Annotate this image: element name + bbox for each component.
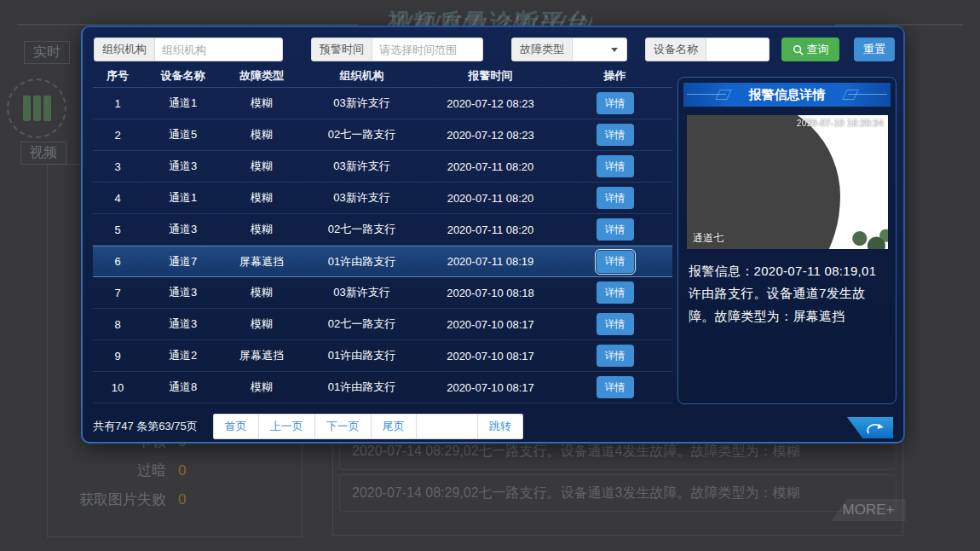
- cell-fault: 模糊: [223, 380, 300, 395]
- jump-button[interactable]: 跳转: [478, 415, 522, 438]
- cell-time: 2020-07-11 08:20: [424, 192, 557, 205]
- cell-no: 4: [93, 192, 142, 205]
- bg-stat-label: 过暗: [34, 461, 166, 480]
- org-filter-group: 组织机构: [94, 38, 283, 61]
- cell-time: 2020-07-11 08:20: [424, 160, 557, 173]
- table-row[interactable]: 1 通道1 模糊 03新许支行 2020-07-12 08:23 详情: [93, 88, 672, 119]
- col-header-fault: 故障类型: [223, 68, 300, 84]
- cell-time: 2020-07-10 08:17: [424, 318, 557, 331]
- table-row[interactable]: 3 通道3 模糊 03新许支行 2020-07-11 08:20 详情: [93, 151, 672, 183]
- detail-button[interactable]: 详情: [597, 345, 634, 367]
- cell-no: 5: [93, 223, 142, 236]
- next-page-button[interactable]: 下一页: [315, 415, 372, 438]
- cell-device: 通道8: [142, 380, 223, 395]
- org-filter-label: 组织机构: [95, 38, 155, 61]
- detail-panel-title: 报警信息详情: [749, 87, 826, 103]
- alarm-detail-panel: 报警信息详情 2020-07-10 16:20:34 通道七 报警信息：2020…: [677, 77, 896, 404]
- cell-no: 8: [93, 318, 142, 331]
- bg-stat-row: 过暗0: [34, 461, 290, 480]
- return-button[interactable]: [847, 417, 893, 438]
- detail-button[interactable]: 详情: [597, 187, 634, 209]
- detail-button[interactable]: 详情: [597, 313, 634, 335]
- detail-button[interactable]: 详情: [597, 251, 634, 273]
- cell-fault: 屏幕遮挡: [223, 254, 300, 270]
- cell-org: 02七一路支行: [300, 222, 424, 237]
- org-filter-input[interactable]: [155, 38, 282, 61]
- bg-fault-stats: 卡顿0过暗0获取图片失败0: [34, 432, 290, 519]
- cell-time: 2020-07-10 08:17: [424, 381, 557, 394]
- bg-stat-value: 0: [178, 462, 186, 479]
- detail-button[interactable]: 详情: [597, 155, 634, 177]
- table-row[interactable]: 9 通道2 屏幕遮挡 01许由路支行 2020-07-10 08:17 详情: [93, 340, 672, 372]
- pagination-bar: 共有747 条第63/75页 首页 上一页 下一页 尾页 跳转: [93, 414, 523, 439]
- reset-button-label: 重置: [863, 42, 885, 57]
- cell-fault: 模糊: [223, 285, 300, 300]
- detail-panel-header: 报警信息详情: [683, 83, 891, 107]
- detail-button[interactable]: 详情: [597, 218, 634, 241]
- cell-device: 通道1: [142, 96, 223, 111]
- fault-type-select[interactable]: [573, 38, 626, 61]
- cell-org: 03新许支行: [300, 190, 424, 206]
- hex-decoration-left: [687, 94, 726, 95]
- first-page-button[interactable]: 首页: [214, 415, 259, 438]
- pagination-summary: 共有747 条第63/75页: [93, 419, 198, 434]
- snapshot-timestamp: 2020-07-10 16:20:34: [797, 119, 884, 128]
- cell-org: 01许由路支行: [300, 254, 424, 270]
- bg-label-video: 视频: [20, 142, 66, 165]
- page-number-input[interactable]: [417, 415, 478, 438]
- snapshot-channel-label: 通道七: [693, 231, 723, 246]
- col-header-no: 序号: [93, 68, 142, 84]
- table-row[interactable]: 5 通道3 模糊 02七一路支行 2020-07-11 08:20 详情: [93, 214, 672, 246]
- cell-fault: 模糊: [223, 190, 300, 206]
- cell-time: 2020-07-12 08:23: [424, 97, 557, 110]
- device-name-input[interactable]: [706, 38, 769, 61]
- bg-stat-label: 获取图片失败: [34, 490, 166, 509]
- detail-button[interactable]: 详情: [597, 92, 634, 114]
- table-row[interactable]: 7 通道3 模糊 03新许支行 2020-07-10 08:18 详情: [93, 277, 672, 309]
- detail-button[interactable]: 详情: [597, 281, 634, 304]
- cell-no: 10: [93, 381, 142, 394]
- pagination-controls: 首页 上一页 下一页 尾页 跳转: [213, 414, 523, 439]
- cell-org: 01许由路支行: [300, 348, 424, 363]
- cell-no: 2: [93, 129, 142, 142]
- return-arrow-icon: [863, 421, 885, 435]
- table-row[interactable]: 6 通道7 屏幕遮挡 01许由路支行 2020-07-11 08:19 详情: [93, 246, 672, 277]
- time-range-input[interactable]: [372, 38, 482, 61]
- table-row[interactable]: 4 通道1 模糊 03新许支行 2020-07-11 08:20 详情: [93, 183, 672, 214]
- cell-fault: 模糊: [223, 159, 300, 174]
- table-row[interactable]: 10 通道8 模糊 01许由路支行 2020-07-10 08:17 详情: [93, 372, 672, 403]
- bg-stat-row: 获取图片失败0: [34, 490, 290, 509]
- search-button-label: 查询: [807, 42, 829, 57]
- table-row[interactable]: 2 通道5 模糊 02七一路支行 2020-07-12 08:23 详情: [93, 119, 672, 151]
- col-header-org: 组织机构: [300, 68, 424, 84]
- cell-no: 7: [93, 287, 142, 299]
- table-row[interactable]: 8 通道3 模糊 02七一路支行 2020-07-10 08:17 详情: [93, 309, 672, 340]
- device-filter-group: 设备名称: [645, 38, 770, 61]
- search-button[interactable]: 查询: [781, 38, 839, 61]
- cell-org: 03新许支行: [300, 285, 424, 300]
- chevron-down-icon: [611, 48, 618, 52]
- last-page-button[interactable]: 尾页: [372, 415, 417, 438]
- bg-label-realtime: 实时: [24, 41, 70, 64]
- cell-time: 2020-07-12 08:23: [424, 129, 557, 142]
- col-header-time: 报警时间: [424, 68, 557, 84]
- cell-device: 通道7: [142, 254, 223, 270]
- prev-page-button[interactable]: 上一页: [259, 415, 315, 438]
- cell-fault: 模糊: [223, 127, 300, 142]
- alarm-query-dialog: 组织机构 预警时间 故障类型 设备名称 查询 重置: [81, 26, 905, 444]
- detail-button[interactable]: 详情: [597, 124, 634, 146]
- reset-button[interactable]: 重置: [854, 38, 895, 61]
- cell-no: 3: [93, 160, 142, 173]
- fault-filter-group: 故障类型: [511, 38, 627, 61]
- cell-fault: 模糊: [223, 96, 300, 111]
- cell-org: 01许由路支行: [300, 380, 424, 395]
- cell-org: 03新许支行: [300, 159, 424, 174]
- cell-org: 02七一路支行: [300, 127, 424, 142]
- cell-device: 通道3: [142, 316, 223, 332]
- time-filter-label: 预警时间: [312, 38, 372, 61]
- cell-device: 通道3: [142, 222, 223, 237]
- detail-button[interactable]: 详情: [597, 376, 634, 398]
- col-header-action: 操作: [557, 68, 672, 84]
- snapshot-obstruction: [687, 115, 840, 249]
- cell-fault: 屏幕遮挡: [223, 348, 300, 363]
